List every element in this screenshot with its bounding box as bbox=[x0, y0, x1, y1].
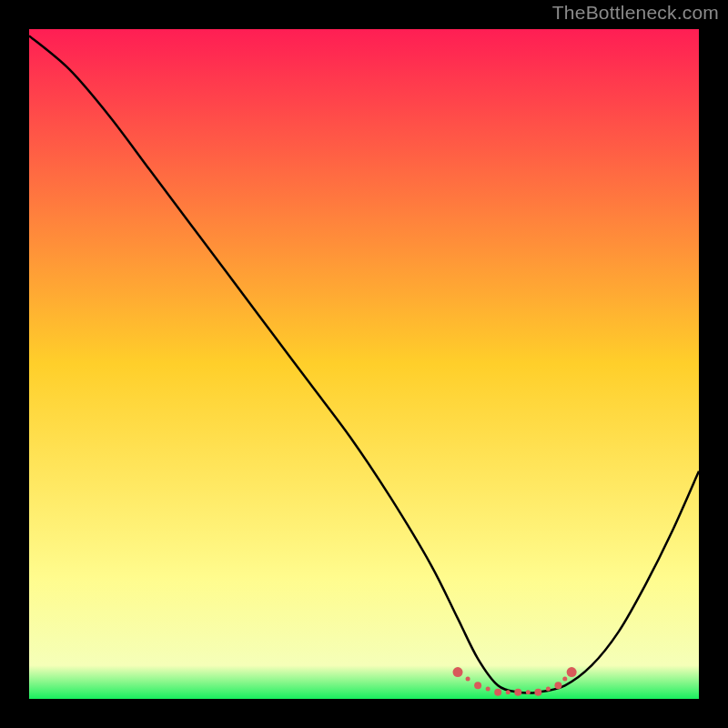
optimal-dot bbox=[494, 689, 501, 696]
optimal-dot bbox=[466, 676, 470, 681]
chart-plot-area bbox=[29, 29, 699, 699]
optimal-dot bbox=[486, 686, 490, 691]
optimal-dot bbox=[453, 667, 463, 677]
optimal-dot bbox=[534, 689, 541, 696]
optimal-dot bbox=[554, 682, 561, 689]
optimal-dot bbox=[562, 676, 567, 681]
gradient-background bbox=[29, 29, 699, 699]
optimal-dot bbox=[474, 682, 481, 689]
attribution-text: TheBottleneck.com bbox=[552, 2, 719, 24]
optimal-dot bbox=[567, 667, 577, 677]
optimal-dot bbox=[506, 690, 511, 694]
optimal-dot bbox=[526, 690, 531, 694]
optimal-dot bbox=[514, 689, 521, 696]
chart-svg bbox=[29, 29, 699, 699]
optimal-dot bbox=[546, 686, 551, 691]
chart-frame: TheBottleneck.com bbox=[0, 0, 728, 728]
